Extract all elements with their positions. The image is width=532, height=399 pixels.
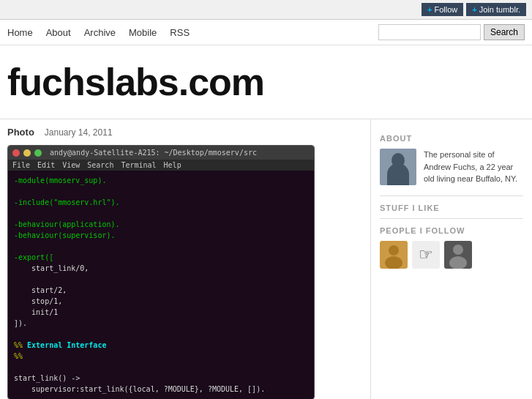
main-layout: Photo January 14, 2011 andy@andy-Satelli…	[0, 119, 532, 399]
menu-terminal: Terminal	[121, 161, 156, 169]
menu-help: Help	[164, 161, 181, 169]
terminal-screenshot: andy@andy-Satellite-A215: ~/Desktop/mmos…	[7, 145, 315, 399]
terminal-line: init/1	[14, 307, 308, 318]
people-follow-avatars: ☞	[380, 241, 523, 269]
content: Photo January 14, 2011 andy@andy-Satelli…	[0, 119, 371, 399]
terminal-titlebar: andy@andy-Satellite-A215: ~/Desktop/mmos…	[8, 146, 314, 160]
svg-point-1	[385, 256, 402, 269]
site-title-area: fuchslabs.com	[0, 45, 532, 119]
terminal-line: %% External Interface	[14, 340, 308, 351]
join-label: Join tumblr.	[479, 5, 520, 14]
follow-avatar-3[interactable]	[444, 241, 472, 269]
nav-archive[interactable]: Archive	[84, 27, 116, 38]
cursor-icon: ☞	[419, 245, 433, 264]
terminal-dot-red	[12, 149, 20, 157]
nav-about[interactable]: About	[46, 27, 71, 38]
follow-button[interactable]: + Follow	[422, 3, 463, 16]
follow-avatar-1[interactable]	[380, 241, 408, 269]
search-button[interactable]: Search	[484, 24, 525, 40]
terminal-line: stop/1,	[14, 296, 308, 307]
terminal-line: ]).	[14, 318, 308, 329]
post-type: Photo	[7, 127, 34, 138]
search-input[interactable]	[378, 24, 481, 40]
follow-plus-icon: +	[427, 5, 432, 14]
menu-file: File	[12, 161, 30, 169]
search-area: Search	[378, 24, 525, 40]
terminal-title: andy@andy-Satellite-A215: ~/Desktop/mmos…	[50, 149, 257, 157]
terminal-line: -export([	[14, 252, 308, 263]
sidebar-divider-2	[380, 218, 523, 219]
post-date: January 14, 2011	[45, 127, 113, 138]
menu-view: View	[62, 161, 80, 169]
terminal-dot-green	[34, 149, 42, 157]
terminal-line: start/2,	[14, 285, 308, 296]
svg-point-3	[449, 256, 467, 269]
nav-rss[interactable]: RSS	[170, 27, 190, 38]
terminal-line	[14, 186, 308, 197]
terminal-body: -module(mmoserv_sup). -include("mmoserv.…	[8, 171, 314, 399]
sidebar: ABOUT The personal site of Andrew Fuchs,…	[371, 119, 532, 399]
terminal-line: -behaviour(supervisor).	[14, 230, 308, 241]
follow-avatar-2[interactable]: ☞	[412, 241, 440, 269]
post-header: Photo January 14, 2011	[7, 127, 363, 138]
join-tumblr-button[interactable]: + Join tumblr.	[466, 3, 526, 16]
sidebar-people-title: PEOPLE I FOLLOW	[380, 226, 523, 235]
sidebar-divider-1	[380, 195, 523, 196]
navbar: Home About Archive Mobile RSS Search	[0, 20, 532, 45]
svg-point-2	[453, 245, 463, 255]
terminal-menubar: File Edit View Search Terminal Help	[8, 160, 314, 171]
terminal-line	[14, 241, 308, 252]
about-text: The personal site of Andrew Fuchs, a 22 …	[424, 149, 523, 185]
sidebar-stuff-title: STUFF I LIKE	[380, 204, 523, 212]
follow-label: Follow	[435, 5, 458, 14]
terminal-line: -module(mmoserv_sup).	[14, 175, 308, 186]
terminal-line: %%	[14, 351, 308, 362]
terminal-line: -behaviour(application).	[14, 219, 308, 230]
nav-home[interactable]: Home	[7, 27, 33, 38]
nav-links: Home About Archive Mobile RSS	[7, 27, 190, 38]
terminal-dot-yellow	[23, 149, 31, 157]
terminal-line: -include("mmoserv.hrl").	[14, 197, 308, 208]
topbar: + Follow + Join tumblr.	[0, 0, 532, 20]
terminal-line	[14, 208, 308, 219]
menu-search: Search	[87, 161, 113, 169]
site-title: fuchslabs.com	[7, 60, 525, 104]
about-block: The personal site of Andrew Fuchs, a 22 …	[380, 149, 523, 185]
join-plus-icon: +	[472, 5, 476, 14]
terminal-line	[14, 362, 308, 373]
terminal-line: start_link() ->	[14, 373, 308, 384]
terminal-line: supervisor:start_link({local, ?MODULE}, …	[14, 384, 308, 395]
menu-edit: Edit	[37, 161, 55, 169]
nav-mobile[interactable]: Mobile	[129, 27, 157, 38]
about-avatar	[380, 149, 416, 185]
terminal-line: start_link/0,	[14, 263, 308, 274]
terminal-line	[14, 329, 308, 340]
svg-point-0	[389, 245, 399, 256]
tumblr-buttons: + Follow + Join tumblr.	[422, 3, 526, 16]
terminal-line	[14, 274, 308, 285]
sidebar-about-title: ABOUT	[380, 134, 523, 143]
